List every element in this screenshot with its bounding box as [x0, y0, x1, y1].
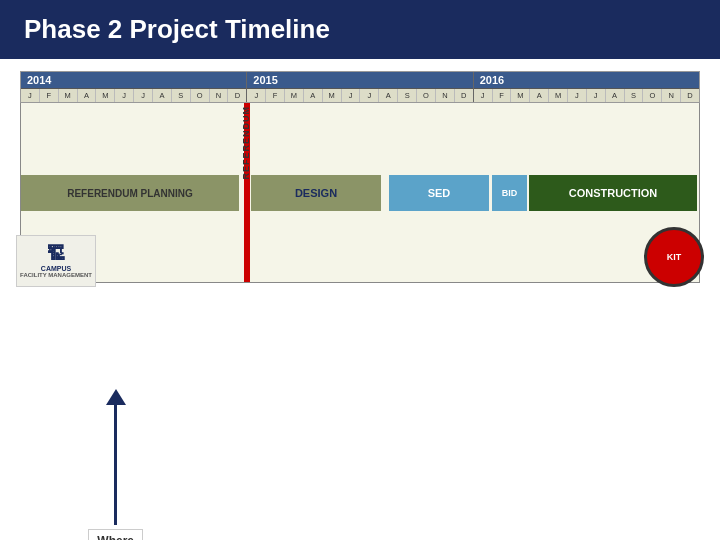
year-section-2016: 2016 J F M A M J J A S O N D [474, 72, 699, 102]
month-m6: M [549, 89, 568, 102]
month-m1: M [59, 89, 78, 102]
month-d2: D [455, 89, 473, 102]
page-title: Phase 2 Project Timeline [24, 14, 330, 44]
month-d1: D [228, 89, 246, 102]
month-d3: D [681, 89, 699, 102]
month-s2: S [398, 89, 417, 102]
gantt-area: REFERENDUM REFERENDUM PLANNING DESIGN SE… [20, 103, 700, 283]
campus-logo-sub: FACILITY MANAGEMENT [20, 272, 92, 278]
kit-logo-text: KIT [667, 252, 682, 262]
year-label-2015: 2015 [247, 72, 472, 89]
bar-construction-label: CONSTRUCTION [569, 187, 658, 199]
month-m3: M [285, 89, 304, 102]
bar-construction: CONSTRUCTION [529, 175, 697, 211]
month-f2: F [266, 89, 285, 102]
month-s3: S [625, 89, 644, 102]
month-j3: J [134, 89, 153, 102]
campus-logo-text: CAMPUS [41, 265, 71, 272]
months-2016: J F M A M J J A S O N D [474, 89, 699, 102]
month-o1: O [191, 89, 210, 102]
bar-bid: BID [492, 175, 527, 211]
referendum-vertical-label: REFERENDUM [241, 113, 251, 173]
month-m5: M [511, 89, 530, 102]
bar-referendum-planning: REFERENDUM PLANNING [21, 175, 239, 211]
arrow-stem [114, 405, 117, 525]
month-j5: J [342, 89, 361, 102]
where-we-are-container: Wherewe are [88, 389, 143, 540]
where-we-are-label: Wherewe are [88, 529, 143, 540]
month-j8: J [568, 89, 587, 102]
main-content: 2014 J F M A M J J A S O N D 2015 J F [0, 59, 720, 295]
year-label-2014: 2014 [21, 72, 246, 89]
month-j9: J [587, 89, 606, 102]
month-a6: A [606, 89, 625, 102]
campus-logo: 🏗 CAMPUS FACILITY MANAGEMENT [16, 235, 96, 287]
month-j7: J [474, 89, 493, 102]
month-j6: J [360, 89, 379, 102]
month-o2: O [417, 89, 436, 102]
month-a1: A [78, 89, 97, 102]
month-j1: J [21, 89, 40, 102]
month-a2: A [153, 89, 172, 102]
year-section-2014: 2014 J F M A M J J A S O N D [21, 72, 247, 102]
month-n3: N [662, 89, 681, 102]
month-f3: F [493, 89, 512, 102]
bar-design: DESIGN [251, 175, 381, 211]
month-s1: S [172, 89, 191, 102]
arrow-up-icon [106, 389, 126, 405]
kit-logo: KIT [644, 227, 704, 287]
bar-design-label: DESIGN [295, 187, 337, 199]
month-a3: A [304, 89, 323, 102]
page-header: Phase 2 Project Timeline [0, 0, 720, 59]
month-n1: N [210, 89, 229, 102]
bar-sed-label: SED [428, 187, 451, 199]
bar-sed: SED [389, 175, 489, 211]
month-o3: O [643, 89, 662, 102]
month-m4: M [323, 89, 342, 102]
month-f1: F [40, 89, 59, 102]
timeline-header: 2014 J F M A M J J A S O N D 2015 J F [20, 71, 700, 103]
month-n2: N [436, 89, 455, 102]
month-m2: M [96, 89, 115, 102]
bar-referendum-label: REFERENDUM PLANNING [67, 188, 193, 199]
months-2015: J F M A M J J A S O N D [247, 89, 472, 102]
campus-logo-icon: 🏗 [47, 244, 65, 265]
referendum-vertical-text: REFERENDUM [241, 106, 251, 180]
month-a4: A [379, 89, 398, 102]
month-j2: J [115, 89, 134, 102]
months-2014: J F M A M J J A S O N D [21, 89, 246, 102]
month-a5: A [530, 89, 549, 102]
bar-bid-label: BID [502, 188, 518, 198]
year-label-2016: 2016 [474, 72, 699, 89]
month-j4: J [247, 89, 266, 102]
bottom-logos: 🏗 CAMPUS FACILITY MANAGEMENT [16, 235, 96, 287]
year-section-2015: 2015 J F M A M J J A S O N D [247, 72, 473, 102]
